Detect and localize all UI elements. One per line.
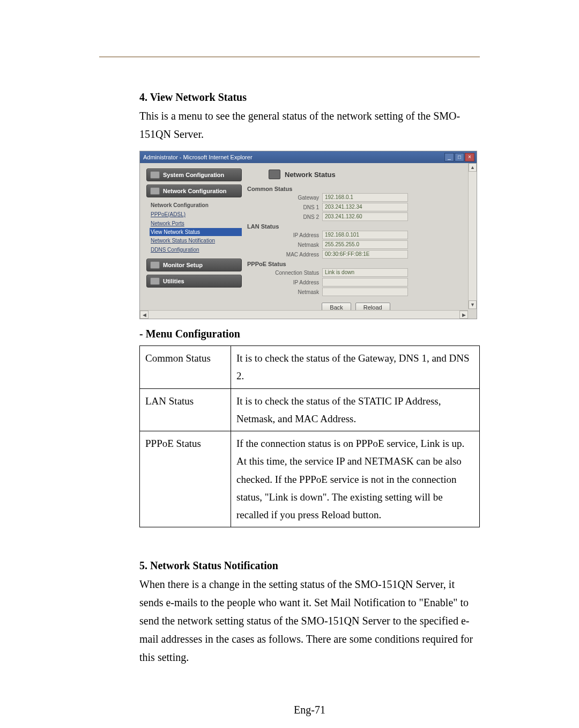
scroll-up-icon[interactable]: ▲ xyxy=(469,163,477,172)
sublink-network-status-notification[interactable]: Network Status Notification xyxy=(150,236,242,245)
label-dns1: DNS 1 xyxy=(247,204,322,210)
page-number: Eng-71 xyxy=(139,704,480,716)
monitor-icon xyxy=(150,171,160,179)
vertical-scrollbar[interactable]: ▲ ▼ xyxy=(468,163,477,309)
value-pppoe-netmask xyxy=(322,288,408,296)
sidebar-label: Utilities xyxy=(163,278,184,284)
scroll-down-icon[interactable]: ▼ xyxy=(469,300,477,309)
row-pppoe-netmask: Netmask xyxy=(247,288,465,296)
cell-common-desc: It is to check the status of the Gateway… xyxy=(231,346,480,389)
utilities-icon xyxy=(150,277,160,285)
label-pppoe-netmask: Netmask xyxy=(247,289,322,295)
sublink-pppoe[interactable]: PPPoE(ADSL) xyxy=(150,210,242,219)
section-5-body: When there is a change in the setting st… xyxy=(139,575,480,666)
label-dns2: DNS 2 xyxy=(247,214,322,220)
sidebar-label: System Configuration xyxy=(163,172,224,178)
value-gateway: 192.168.0.1 xyxy=(322,193,408,202)
sublink-network-configuration-header: Network Configuration xyxy=(150,201,242,210)
cell-pppoe-desc: If the connection status is on PPPoE ser… xyxy=(231,431,480,527)
row-gateway: Gateway 192.168.0.1 xyxy=(247,193,465,202)
horizontal-scrollbar[interactable]: ◀ ▶ xyxy=(140,310,468,319)
label-mac: MAC Address xyxy=(247,252,322,258)
row-pppoe-ip: IP Address xyxy=(247,278,465,286)
panel-title-row: Network Status xyxy=(269,170,465,179)
sidebar-item-network-configuration[interactable]: Network Configuration xyxy=(146,185,242,197)
cell-lan-label: LAN Status xyxy=(140,388,231,431)
sidebar-label: Network Configuration xyxy=(163,188,227,194)
cell-pppoe-label: PPPoE Status xyxy=(140,431,231,527)
cell-lan-desc: It is to check the status of the STATIC … xyxy=(231,388,480,431)
row-conn-status: Connection Status Link is down xyxy=(247,268,465,277)
window-body: System Configuration Network Configurati… xyxy=(140,163,477,319)
value-dns2: 203.241.132.60 xyxy=(322,212,408,221)
menu-configuration-heading: - Menu Configuration xyxy=(139,328,480,340)
sublink-view-network-status[interactable]: View Network Status xyxy=(150,228,242,236)
sublink-network-ports[interactable]: Network Ports xyxy=(150,219,242,228)
network-status-icon xyxy=(269,170,280,179)
label-pppoe-ip: IP Address xyxy=(247,280,322,285)
cell-common-label: Common Status xyxy=(140,346,231,389)
panel-title: Network Status xyxy=(285,171,336,179)
minimize-button[interactable]: _ xyxy=(444,153,454,161)
value-mac: 00:30:6F:FF:08:1E xyxy=(322,250,408,259)
value-conn-status: Link is down xyxy=(322,268,408,277)
group-lan-status: LAN Status xyxy=(247,223,465,230)
sidebar: System Configuration Network Configurati… xyxy=(146,168,242,315)
sidebar-sublinks: Network Configuration PPPoE(ADSL) Networ… xyxy=(150,201,242,254)
value-dns1: 203.241.132.34 xyxy=(322,203,408,211)
sidebar-item-monitor-setup[interactable]: Monitor Setup xyxy=(146,259,242,271)
table-row: LAN Status It is to check the status of … xyxy=(140,388,480,431)
row-mac: MAC Address 00:30:6F:FF:08:1E xyxy=(247,250,465,259)
value-pppoe-ip xyxy=(322,278,408,286)
close-button[interactable]: × xyxy=(465,153,474,161)
row-dns1: DNS 1 203.241.132.34 xyxy=(247,203,465,211)
window-titlebar: Administrator - Microsoft Internet Explo… xyxy=(140,151,477,163)
maximize-button[interactable]: □ xyxy=(455,153,464,161)
table-row: PPPoE Status If the connection status is… xyxy=(140,431,480,527)
network-icon xyxy=(150,187,160,195)
label-ip: IP Address xyxy=(247,232,322,238)
section-5-heading: 5. Network Status Notification xyxy=(139,560,480,572)
scroll-right-icon[interactable]: ▶ xyxy=(459,311,468,319)
sidebar-item-system-configuration[interactable]: System Configuration xyxy=(146,168,242,181)
label-gateway: Gateway xyxy=(247,195,322,201)
table-row: Common Status It is to check the status … xyxy=(140,346,480,389)
monitor-setup-icon xyxy=(150,261,160,269)
value-ip: 192.168.0.101 xyxy=(322,231,408,239)
window-title: Administrator - Microsoft Internet Explo… xyxy=(143,154,253,160)
sidebar-label: Monitor Setup xyxy=(163,262,203,268)
group-common-status: Common Status xyxy=(247,186,465,192)
section-4-heading: 4. View Network Status xyxy=(139,91,480,104)
section-4-intro: This is a menu to see the general status… xyxy=(139,107,480,143)
label-netmask: Netmask xyxy=(247,242,322,248)
scroll-left-icon[interactable]: ◀ xyxy=(140,311,149,319)
group-pppoe-status: PPPoE Status xyxy=(247,261,465,267)
sidebar-item-utilities[interactable]: Utilities xyxy=(146,275,242,288)
top-divider xyxy=(99,56,480,57)
menu-configuration-table: Common Status It is to check the status … xyxy=(139,345,480,527)
screenshot-window: Administrator - Microsoft Internet Explo… xyxy=(139,151,477,319)
row-dns2: DNS 2 203.241.132.60 xyxy=(247,212,465,221)
sublink-ddns-configuration[interactable]: DDNS Configuration xyxy=(150,245,242,254)
label-conn-status: Connection Status xyxy=(247,270,322,276)
row-netmask: Netmask 255.255.255.0 xyxy=(247,240,465,249)
row-ip: IP Address 192.168.0.101 xyxy=(247,231,465,239)
value-netmask: 255.255.255.0 xyxy=(322,240,408,249)
main-panel: Network Status Common Status Gateway 192… xyxy=(247,168,473,315)
